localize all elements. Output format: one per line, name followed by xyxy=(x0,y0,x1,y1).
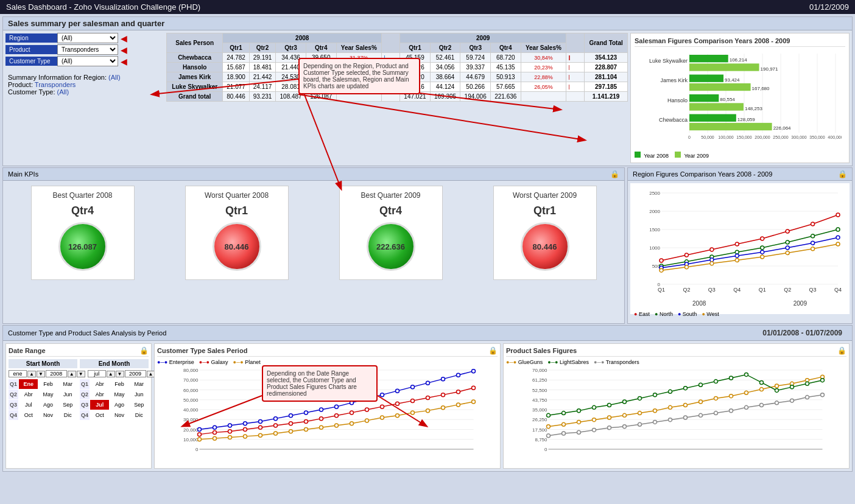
svg-point-241 xyxy=(806,396,809,399)
s-jul[interactable]: Jul xyxy=(19,400,38,410)
legend-north: ● North xyxy=(655,311,673,317)
svg-point-195 xyxy=(684,404,688,407)
e-jun[interactable]: Jun xyxy=(130,390,149,399)
s-nov[interactable]: Nov xyxy=(38,410,57,420)
e-mar[interactable]: Mar xyxy=(130,379,149,389)
tr-y09q4-4: 221.636 xyxy=(490,92,521,102)
customer-select[interactable]: (All) Enterprise Galaxy Planet xyxy=(57,56,118,66)
svg-point-129 xyxy=(198,433,202,436)
tr-y09q2-0: 52.461 xyxy=(430,53,460,63)
e-ago[interactable]: Ago xyxy=(110,400,128,410)
e-q4: Q4 xyxy=(80,410,90,420)
end-month-up[interactable]: ▲ xyxy=(107,371,115,377)
s-ago[interactable]: Ago xyxy=(38,400,57,410)
start-year-input[interactable] xyxy=(46,370,67,377)
svg-text:0: 0 xyxy=(688,135,691,139)
svg-point-158 xyxy=(350,422,354,425)
qtr4-08: Qtr4 xyxy=(306,43,336,53)
tr-y09q3-1: 39.337 xyxy=(460,63,491,72)
tr-y09q2-1: 34.056 xyxy=(430,63,460,72)
svg-point-207 xyxy=(577,409,581,413)
svg-point-205 xyxy=(547,413,551,417)
svg-point-118 xyxy=(320,408,323,411)
kpi-lock-icon: 🔒 xyxy=(610,170,619,178)
product-select[interactable]: Transponders GlueGuns LightSabres xyxy=(57,44,118,55)
tr-y09q2-4: 169.305 xyxy=(430,92,460,102)
svg-point-88 xyxy=(761,255,764,259)
start-inputs: ▲ ▼ ▲ ▼ xyxy=(9,370,85,377)
tr-y09q4-0: 68.720 xyxy=(490,53,521,63)
e-abr[interactable]: Abr xyxy=(90,390,109,399)
start-month-down[interactable]: ▼ xyxy=(37,371,45,377)
svg-point-143 xyxy=(411,399,415,402)
svg-text:43,750: 43,750 xyxy=(532,397,547,403)
table-row-name-1: Hansolo xyxy=(167,63,223,72)
customer-chart-title: Customer Type Sales Period 🔒 xyxy=(157,346,498,357)
svg-point-78 xyxy=(710,258,714,262)
s-ene[interactable]: Ene xyxy=(19,379,38,389)
svg-point-230 xyxy=(638,422,642,426)
e-oct[interactable]: Oct xyxy=(90,410,109,420)
end-month-down[interactable]: ▼ xyxy=(116,371,124,377)
svg-point-79 xyxy=(735,254,739,257)
svg-point-144 xyxy=(426,396,430,400)
s-q4: Q4 xyxy=(9,410,18,420)
svg-point-85 xyxy=(684,265,688,269)
svg-point-217 xyxy=(730,376,733,380)
tr-total-0: 354.123 xyxy=(585,53,628,63)
tr-bar09-4 xyxy=(566,92,585,102)
end-year-input[interactable] xyxy=(125,370,146,377)
start-year-down[interactable]: ▼ xyxy=(77,371,85,377)
svg-point-162 xyxy=(411,411,415,415)
svg-point-138 xyxy=(335,414,339,418)
start-month-input[interactable] xyxy=(9,370,27,377)
svg-point-221 xyxy=(790,385,794,389)
s-dic[interactable]: Dic xyxy=(58,410,77,420)
s-oct[interactable]: Oct xyxy=(19,410,38,420)
svg-point-75 xyxy=(836,228,840,231)
svg-point-192 xyxy=(638,411,642,415)
tr-y08q1-0: 24.782 xyxy=(223,53,249,63)
kpi-val-1: 80.446 xyxy=(225,242,249,251)
qtr1-08: Qtr1 xyxy=(223,43,249,53)
s-may[interactable]: May xyxy=(38,390,57,399)
svg-point-125 xyxy=(426,381,430,385)
svg-point-71 xyxy=(735,250,739,254)
e-ene[interactable]: Abr xyxy=(90,379,109,389)
svg-rect-29 xyxy=(689,94,719,102)
e-feb[interactable]: Feb xyxy=(110,379,128,389)
e-jul[interactable]: Jul xyxy=(90,400,109,410)
s-abr[interactable]: Abr xyxy=(19,390,38,399)
s-sep[interactable]: Sep xyxy=(58,400,77,410)
legend-lightsabres: ●─● LightSabres xyxy=(547,359,589,365)
tr-bar09-2 xyxy=(566,72,585,82)
kpi-card-1: Worst Quarter 2008 Qtr1 80.446 xyxy=(185,186,289,280)
svg-point-218 xyxy=(745,373,748,376)
svg-point-208 xyxy=(593,405,596,409)
end-month-input[interactable] xyxy=(88,370,106,377)
e-nov[interactable]: Nov xyxy=(110,410,128,420)
svg-point-223 xyxy=(821,379,825,382)
e-may[interactable]: May xyxy=(110,390,128,399)
svg-text:106,214: 106,214 xyxy=(730,57,747,63)
svg-point-220 xyxy=(775,388,779,392)
svg-text:148,253: 148,253 xyxy=(745,106,762,111)
start-year-up[interactable]: ▲ xyxy=(68,371,76,377)
s-feb[interactable]: Feb xyxy=(38,379,57,389)
end-grid: Q1 Abr Feb Mar Q2 Abr May Jun Q3 Jul Ago… xyxy=(80,379,149,420)
svg-point-67 xyxy=(836,213,840,217)
date-range-panel: Date Range 🔒 Start Month End Month ▲ ▼ xyxy=(5,343,152,469)
region-lock-icon: 🔒 xyxy=(838,170,847,178)
region-chart-inner: 05001000150020002500Q1Q2Q3Q4Q1Q2Q3Q42008… xyxy=(630,183,850,314)
svg-point-226 xyxy=(577,430,581,434)
e-sep[interactable]: Sep xyxy=(130,400,149,410)
s-mar[interactable]: Mar xyxy=(58,379,77,389)
svg-point-190 xyxy=(608,416,611,419)
region-select[interactable]: (All) East North South West xyxy=(57,33,118,43)
start-month-up[interactable]: ▲ xyxy=(27,371,36,377)
svg-point-73 xyxy=(786,240,789,244)
e-dic[interactable]: Dic xyxy=(130,410,149,420)
svg-text:1000: 1000 xyxy=(649,245,660,251)
product-lock-icon: 🔒 xyxy=(837,346,846,355)
s-jun[interactable]: Jun xyxy=(58,390,77,399)
